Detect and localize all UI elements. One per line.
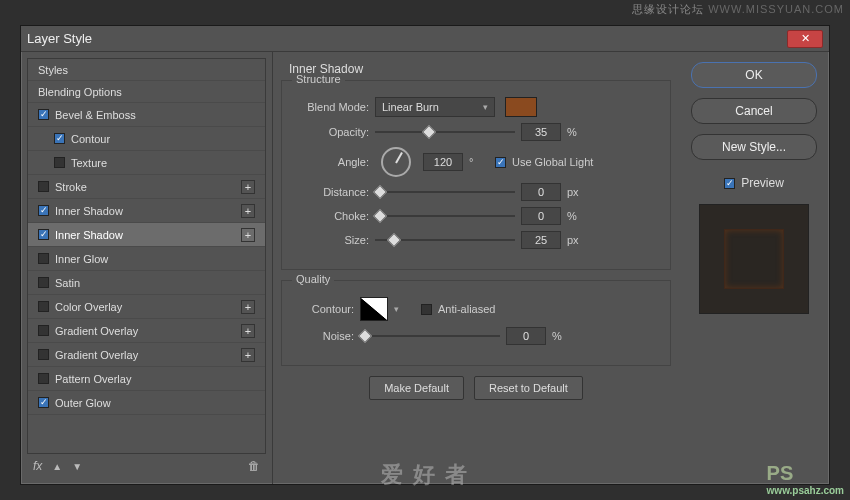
- style-checkbox[interactable]: [38, 325, 49, 336]
- noise-unit: %: [552, 330, 572, 342]
- new-style-button[interactable]: New Style...: [691, 134, 817, 160]
- style-checkbox[interactable]: [38, 229, 49, 240]
- style-checkbox[interactable]: [38, 253, 49, 264]
- chevron-down-icon[interactable]: ▾: [394, 304, 399, 314]
- style-label: Stroke: [55, 181, 87, 193]
- blend-mode-label: Blend Mode:: [294, 101, 369, 113]
- style-label: Outer Glow: [55, 397, 111, 409]
- watermark-right: PSwww.psahz.com: [767, 462, 844, 496]
- choke-unit: %: [567, 210, 587, 222]
- close-button[interactable]: ✕: [787, 30, 823, 48]
- titlebar: Layer Style ✕: [21, 26, 829, 52]
- style-item-satin[interactable]: Satin: [28, 271, 265, 295]
- style-item-pattern-overlay[interactable]: Pattern Overlay: [28, 367, 265, 391]
- size-slider[interactable]: [375, 233, 515, 247]
- quality-group: Quality Contour: ▾ Anti-aliased Noise: 0…: [281, 280, 671, 366]
- style-item-outer-glow[interactable]: Outer Glow: [28, 391, 265, 415]
- dialog-title: Layer Style: [27, 31, 787, 46]
- style-item-inner-shadow[interactable]: Inner Shadow+: [28, 223, 265, 247]
- noise-value[interactable]: 0: [506, 327, 546, 345]
- opacity-label: Opacity:: [294, 126, 369, 138]
- add-effect-icon[interactable]: +: [241, 180, 255, 194]
- style-item-inner-glow[interactable]: Inner Glow: [28, 247, 265, 271]
- style-item-gradient-overlay[interactable]: Gradient Overlay+: [28, 319, 265, 343]
- trash-icon[interactable]: 🗑: [248, 459, 260, 473]
- style-label: Color Overlay: [55, 301, 122, 313]
- add-effect-icon[interactable]: +: [241, 324, 255, 338]
- preview-checkbox[interactable]: [724, 178, 735, 189]
- opacity-slider[interactable]: [375, 125, 515, 139]
- style-item-gradient-overlay[interactable]: Gradient Overlay+: [28, 343, 265, 367]
- move-down-icon[interactable]: ▼: [72, 461, 82, 472]
- add-effect-icon[interactable]: +: [241, 300, 255, 314]
- distance-value[interactable]: 0: [521, 183, 561, 201]
- opacity-value[interactable]: 35: [521, 123, 561, 141]
- choke-slider[interactable]: [375, 209, 515, 223]
- noise-label: Noise:: [294, 330, 354, 342]
- style-label: Texture: [71, 157, 107, 169]
- make-default-button[interactable]: Make Default: [369, 376, 464, 400]
- panel-title: Inner Shadow: [289, 62, 671, 76]
- structure-legend: Structure: [292, 73, 345, 85]
- style-item-bevel-emboss[interactable]: Bevel & Emboss: [28, 103, 265, 127]
- cancel-button[interactable]: Cancel: [691, 98, 817, 124]
- style-item-inner-shadow[interactable]: Inner Shadow+: [28, 199, 265, 223]
- use-global-light-checkbox[interactable]: [495, 157, 506, 168]
- noise-slider[interactable]: [360, 329, 500, 343]
- effect-settings-panel: Inner Shadow Structure Blend Mode: Linea…: [273, 52, 679, 484]
- move-up-icon[interactable]: ▲: [52, 461, 62, 472]
- style-label: Gradient Overlay: [55, 349, 138, 361]
- watermark-top: 思缘设计论坛 WWW.MISSYUAN.COM: [632, 2, 844, 17]
- style-checkbox[interactable]: [38, 301, 49, 312]
- size-label: Size:: [294, 234, 369, 246]
- styles-bottom-bar: fx ▲ ▼ 🗑: [27, 454, 266, 478]
- style-checkbox[interactable]: [54, 157, 65, 168]
- right-panel: OK Cancel New Style... Preview: [679, 52, 829, 484]
- size-value[interactable]: 25: [521, 231, 561, 249]
- style-checkbox[interactable]: [38, 205, 49, 216]
- distance-slider[interactable]: [375, 185, 515, 199]
- blending-options[interactable]: Blending Options: [28, 81, 265, 103]
- style-checkbox[interactable]: [38, 277, 49, 288]
- preview-label: Preview: [741, 176, 784, 190]
- style-item-color-overlay[interactable]: Color Overlay+: [28, 295, 265, 319]
- blend-mode-value: Linear Burn: [382, 101, 439, 113]
- add-effect-icon[interactable]: +: [241, 228, 255, 242]
- style-label: Pattern Overlay: [55, 373, 131, 385]
- choke-value[interactable]: 0: [521, 207, 561, 225]
- style-item-contour[interactable]: Contour: [28, 127, 265, 151]
- style-label: Inner Shadow: [55, 205, 123, 217]
- reset-default-button[interactable]: Reset to Default: [474, 376, 583, 400]
- angle-dial[interactable]: [381, 147, 411, 177]
- style-item-stroke[interactable]: Stroke+: [28, 175, 265, 199]
- ok-button[interactable]: OK: [691, 62, 817, 88]
- style-item-texture[interactable]: Texture: [28, 151, 265, 175]
- structure-group: Structure Blend Mode: Linear Burn ▾ Opac…: [281, 80, 671, 270]
- fx-menu[interactable]: fx: [33, 459, 42, 473]
- angle-value[interactable]: 120: [423, 153, 463, 171]
- style-label: Contour: [71, 133, 110, 145]
- layer-style-dialog: Layer Style ✕ Styles Blending Options Be…: [20, 25, 830, 485]
- quality-legend: Quality: [292, 273, 334, 285]
- contour-picker[interactable]: [360, 297, 388, 321]
- antialiased-checkbox[interactable]: [421, 304, 432, 315]
- angle-label: Angle:: [294, 156, 369, 168]
- styles-header[interactable]: Styles: [28, 59, 265, 81]
- style-checkbox[interactable]: [38, 373, 49, 384]
- style-checkbox[interactable]: [38, 181, 49, 192]
- shadow-color-swatch[interactable]: [505, 97, 537, 117]
- blend-mode-dropdown[interactable]: Linear Burn ▾: [375, 97, 495, 117]
- angle-unit: °: [469, 156, 489, 168]
- preview-thumbnail: [699, 204, 809, 314]
- style-label: Gradient Overlay: [55, 325, 138, 337]
- style-label: Inner Shadow: [55, 229, 123, 241]
- style-checkbox[interactable]: [38, 397, 49, 408]
- antialiased-label: Anti-aliased: [438, 303, 495, 315]
- style-checkbox[interactable]: [38, 349, 49, 360]
- style-checkbox[interactable]: [38, 109, 49, 120]
- style-checkbox[interactable]: [54, 133, 65, 144]
- add-effect-icon[interactable]: +: [241, 204, 255, 218]
- size-unit: px: [567, 234, 587, 246]
- chevron-down-icon: ▾: [483, 102, 488, 112]
- add-effect-icon[interactable]: +: [241, 348, 255, 362]
